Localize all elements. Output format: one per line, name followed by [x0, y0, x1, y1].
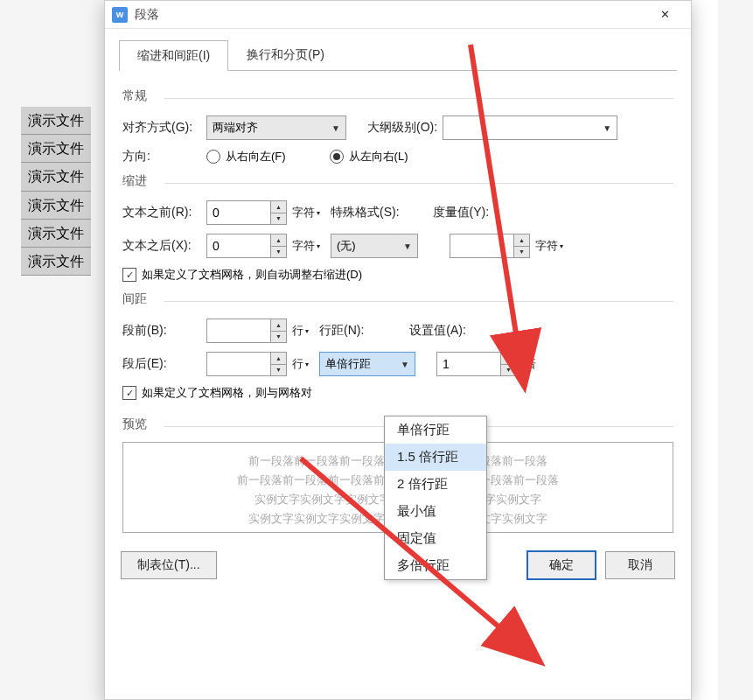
- align-label: 对齐方式(G):: [122, 120, 201, 136]
- setval-label: 设置值(A):: [409, 323, 466, 339]
- checkbox-icon: ✓: [122, 268, 136, 282]
- linespace-options: 单倍行距 1.5 倍行距 2 倍行距 最小值 固定值 多倍行距: [384, 416, 487, 580]
- chevron-down-icon: ▼: [514, 247, 529, 258]
- chevron-up-icon: ▲: [271, 234, 286, 247]
- measure-spinner[interactable]: ▲▼: [450, 234, 530, 258]
- setval-value: 1: [437, 357, 500, 371]
- special-dropdown[interactable]: (无) ▼: [331, 234, 418, 258]
- linespace-option-single[interactable]: 单倍行距: [385, 416, 486, 444]
- chevron-down-icon: ▾: [305, 327, 309, 335]
- list-item: 演示文件: [21, 163, 91, 191]
- space-after-label: 段后(E):: [122, 356, 201, 372]
- ok-button[interactable]: 确定: [526, 550, 596, 580]
- indent-before-spinner[interactable]: 0 ▲▼: [206, 200, 287, 225]
- close-icon: ✕: [660, 8, 670, 21]
- chevron-down-icon: ▼: [331, 123, 340, 133]
- list-item: 演示文件: [21, 248, 91, 276]
- tab-page[interactable]: 换行和分页(P): [228, 39, 343, 70]
- tab-strip: 缩进和间距(I) 换行和分页(P): [119, 39, 677, 71]
- linespace-value: 单倍行距: [325, 356, 371, 372]
- list-item: 演示文件: [21, 107, 91, 135]
- chevron-down-icon: ▾: [317, 242, 320, 250]
- space-before-unit[interactable]: 行▾: [292, 323, 309, 339]
- radio-rtl[interactable]: 从右向左(F): [206, 149, 286, 164]
- indent-after-label: 文本之后(X):: [122, 238, 201, 254]
- chevron-down-icon: ▼: [403, 242, 412, 251]
- linespace-dropdown[interactable]: 单倍行距 ▼: [319, 352, 415, 376]
- space-after-unit[interactable]: 行▾: [292, 356, 309, 372]
- checkbox-icon: ✓: [122, 386, 136, 400]
- indent-grid-checkbox[interactable]: ✓ 如果定义了文档网格，则自动调整右缩进(D): [122, 267, 673, 283]
- indent-before-unit[interactable]: 字符▾: [292, 205, 320, 220]
- setval-unit: 倍: [524, 356, 536, 372]
- spacing-grid-checkbox[interactable]: ✓ 如果定义了文档网格，则与网格对: [122, 385, 673, 401]
- space-before-spinner[interactable]: ▲▼: [206, 318, 287, 343]
- chevron-up-icon: ▲: [271, 201, 286, 214]
- indent-after-unit[interactable]: 字符▾: [292, 238, 320, 254]
- chevron-down-icon: ▼: [401, 360, 409, 369]
- chevron-down-icon: ▾: [560, 242, 563, 250]
- titlebar: W 段落 ✕: [105, 1, 691, 29]
- outline-dropdown[interactable]: ▼: [443, 116, 617, 140]
- measure-unit[interactable]: 字符▾: [535, 238, 563, 254]
- linespace-option-fixed[interactable]: 固定值: [385, 525, 486, 552]
- indent-grid-label: 如果定义了文档网格，则自动调整右缩进(D): [142, 267, 362, 283]
- dialog-title: 段落: [135, 7, 645, 23]
- tabs-button[interactable]: 制表位(T)...: [121, 551, 217, 579]
- chevron-down-icon: ▼: [271, 247, 286, 258]
- list-item: 演示文件: [21, 220, 91, 248]
- linespace-option-multi[interactable]: 多倍行距: [385, 552, 486, 579]
- space-after-spinner[interactable]: ▲▼: [206, 352, 287, 376]
- align-dropdown[interactable]: 两端对齐 ▼: [206, 116, 346, 140]
- indent-after-value: 0: [207, 239, 270, 253]
- indent-after-spinner[interactable]: 0 ▲▼: [206, 234, 287, 258]
- special-label: 特殊格式(S):: [331, 205, 400, 220]
- direction-label: 方向:: [122, 149, 201, 164]
- space-before-label: 段前(B):: [122, 323, 201, 339]
- radio-icon: [206, 150, 220, 164]
- spacing-grid-label: 如果定义了文档网格，则与网格对: [142, 385, 312, 401]
- linespace-option-min[interactable]: 最小值: [385, 498, 486, 525]
- background-right-panel: [718, 0, 753, 700]
- tab-indent[interactable]: 缩进和间距(I): [119, 40, 228, 71]
- radio-icon: [330, 150, 344, 164]
- background-left-panel: [0, 0, 104, 700]
- paragraph-dialog: W 段落 ✕ 缩进和间距(I) 换行和分页(P) 常规 对齐方式(G): 两端对…: [104, 0, 692, 700]
- chevron-down-icon: ▼: [271, 214, 286, 225]
- chevron-up-icon: ▲: [271, 319, 286, 332]
- group-indent: 缩进: [122, 173, 673, 192]
- chevron-down-icon: ▾: [317, 209, 320, 217]
- setval-spinner[interactable]: 1 ▲▼: [436, 352, 517, 376]
- chevron-down-icon: ▼: [501, 365, 516, 376]
- group-spacing: 间距: [122, 291, 673, 310]
- list-item: 演示文件: [21, 135, 91, 163]
- chevron-up-icon: ▲: [514, 234, 529, 247]
- outline-label: 大纲级别(O):: [367, 120, 437, 136]
- cancel-button[interactable]: 取消: [605, 551, 675, 579]
- linespace-label: 行距(N):: [319, 323, 364, 339]
- group-general: 常规: [122, 88, 673, 107]
- list-item: 演示文件: [21, 192, 91, 220]
- chevron-down-icon: ▼: [603, 123, 611, 133]
- linespace-option-1-5[interactable]: 1.5 倍行距: [385, 444, 486, 471]
- close-button[interactable]: ✕: [645, 2, 684, 28]
- align-value: 两端对齐: [213, 120, 258, 136]
- spinner-buttons[interactable]: ▲▼: [270, 201, 286, 224]
- special-value: (无): [337, 238, 356, 254]
- spinner-buttons[interactable]: ▲▼: [270, 234, 286, 257]
- measure-label: 度量值(Y):: [433, 205, 490, 220]
- indent-before-label: 文本之前(R):: [122, 205, 201, 220]
- spinner-buttons[interactable]: ▲▼: [513, 234, 529, 257]
- chevron-down-icon: ▼: [271, 365, 286, 376]
- spinner-buttons[interactable]: ▲▼: [270, 353, 286, 375]
- radio-rtl-label: 从右向左(F): [226, 149, 286, 164]
- chevron-up-icon: ▲: [271, 353, 286, 365]
- linespace-option-2[interactable]: 2 倍行距: [385, 471, 486, 498]
- spinner-buttons[interactable]: ▲▼: [500, 353, 516, 375]
- radio-ltr[interactable]: 从左向右(L): [330, 149, 408, 164]
- chevron-down-icon: ▼: [271, 332, 286, 343]
- app-icon: W: [112, 7, 128, 23]
- spinner-buttons[interactable]: ▲▼: [270, 319, 286, 342]
- indent-before-value: 0: [207, 206, 270, 220]
- radio-ltr-label: 从左向右(L): [349, 149, 408, 164]
